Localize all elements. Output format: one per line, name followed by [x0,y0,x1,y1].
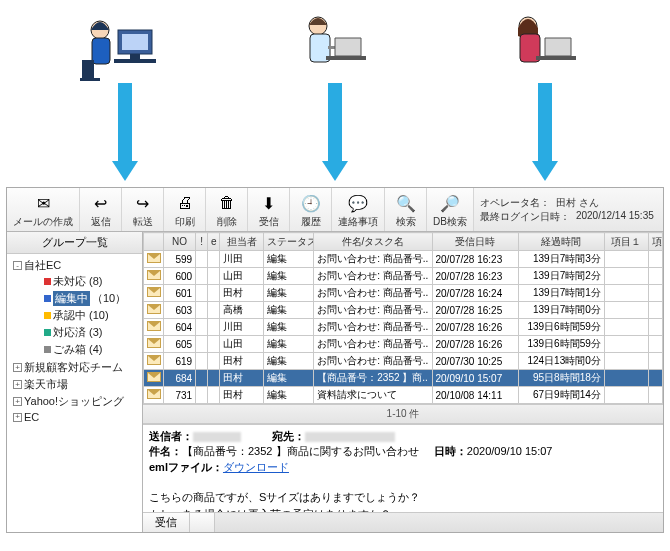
eml-download-link[interactable]: ダウンロード [223,461,289,473]
cell-status: 編集 [264,251,314,268]
cell-status: 編集 [264,268,314,285]
mail-icon [147,372,161,382]
operator-info: オペレータ名：田村 さん 最終ログイン日時：2020/12/14 15:35 [474,188,663,231]
tree-count: （10） [92,291,126,306]
print-button[interactable]: 🖨印刷 [164,188,206,231]
cell-elapsed: 139日6時間59分 [518,319,604,336]
col-header[interactable]: e [208,233,220,251]
cell-recv: 20/10/08 14:11 [432,387,518,404]
cell-no: 601 [164,285,196,302]
tab-inbox[interactable]: 受信 [143,513,190,532]
pager: 1-10 件 [143,404,663,424]
table-row[interactable]: 605山田編集お問い合わせ: 商品番号..20/07/28 16:26139日6… [144,336,663,353]
tree-node[interactable]: 対応済 (3) [31,325,140,340]
arrow-2 [324,83,346,183]
tree-twisty[interactable]: + [13,380,22,389]
group-tree[interactable]: -自社EC未対応 (8)編集中（10）承認中 (10)対応済 (3)ごみ箱 (4… [7,254,142,532]
tree-twisty[interactable]: + [13,413,22,422]
cell-recv: 20/07/28 16:26 [432,336,518,353]
table-row[interactable]: 731田村編集資料請求について20/10/08 14:1167日9時間14分 [144,387,663,404]
body-line-1: こちらの商品ですが、Sサイズはありますでしょうか？ [149,489,657,506]
col-header[interactable]: 受信日時 [432,233,518,251]
search-button[interactable]: 🔍検索 [385,188,427,231]
tree-node[interactable]: +楽天市場 [13,377,140,392]
cell-recv: 20/07/28 16:26 [432,319,518,336]
tree-twisty[interactable]: + [13,363,22,372]
table-row[interactable]: 684田村編集【商品番号：2352 】商..20/09/10 15:0795日8… [144,370,663,387]
toolbar-label: 返信 [91,215,111,229]
table-row[interactable]: 600山田編集お問い合わせ: 商品番号..20/07/28 16:23139日7… [144,268,663,285]
history-button[interactable]: 🕘履歴 [290,188,332,231]
cell-recv: 20/07/28 16:25 [432,302,518,319]
cell-elapsed: 95日8時間18分 [518,370,604,387]
mail-table[interactable]: NO!e担当者ステータス件名/タスク名受信日時経過時間項目１項599川田編集お問… [143,232,663,404]
person-1 [70,8,180,83]
tree-node[interactable]: +新規顧客対応チーム [13,360,140,375]
cell-subject: お問い合わせ: 商品番号.. [314,251,432,268]
col-header[interactable]: 担当者 [220,233,264,251]
db-search-icon: 🔎 [439,192,461,214]
app-window: ✉メールの作成↩返信↪転送🖨印刷🗑削除⬇受信🕘履歴💬連絡事項🔍検索🔎DB検索 オ… [6,187,664,533]
tree-label: 未対応 (8) [53,274,103,289]
toolbar-label: 検索 [396,215,416,229]
cell-recv: 20/07/30 10:25 [432,353,518,370]
receive-button[interactable]: ⬇受信 [248,188,290,231]
arrow-1 [114,83,136,183]
cell-recv: 20/09/10 15:07 [432,370,518,387]
table-row[interactable]: 601田村編集お問い合わせ: 商品番号..20/07/28 16:24139日7… [144,285,663,302]
delete-button[interactable]: 🗑削除 [206,188,248,231]
table-row[interactable]: 604川田編集お問い合わせ: 商品番号..20/07/28 16:26139日6… [144,319,663,336]
toolbar-label: 転送 [133,215,153,229]
cell-person: 山田 [220,336,264,353]
svg-rect-11 [326,56,366,60]
db-search-button[interactable]: 🔎DB検索 [427,188,474,231]
table-row[interactable]: 619田村編集お問い合わせ: 商品番号..20/07/30 10:25124日1… [144,353,663,370]
cell-subject: お問い合わせ: 商品番号.. [314,268,432,285]
cell-elapsed: 139日7時間3分 [518,251,604,268]
col-header[interactable]: 経過時間 [518,233,604,251]
col-header[interactable]: ステータス [264,233,314,251]
svg-rect-3 [114,59,156,63]
tree-twisty[interactable]: - [13,261,22,270]
toolbar-label: 削除 [217,215,237,229]
col-header[interactable] [144,233,164,251]
tree-twisty[interactable]: + [13,397,22,406]
col-header[interactable]: 項目１ [604,233,648,251]
tab-other[interactable] [190,513,215,532]
tree-node[interactable]: ごみ箱 (4) [31,342,140,357]
col-header[interactable]: 項 [648,233,662,251]
cell-status: 編集 [264,370,314,387]
cell-elapsed: 139日7時間0分 [518,302,604,319]
cell-no: 619 [164,353,196,370]
col-header[interactable]: NO [164,233,196,251]
tree-node[interactable]: +Yahoo!ショッピング [13,394,140,409]
col-header[interactable]: ! [196,233,208,251]
col-header[interactable]: 件名/タスク名 [314,233,432,251]
tree-node[interactable]: -自社EC [13,258,140,273]
cell-recv: 20/07/28 16:23 [432,251,518,268]
mail-icon [147,304,161,314]
to-value [305,432,395,442]
cell-person: 田村 [220,285,264,302]
tree-node[interactable]: +EC [13,411,140,423]
mail-icon [147,321,161,331]
svg-rect-6 [82,60,94,80]
cell-no: 731 [164,387,196,404]
svg-rect-14 [536,56,576,60]
table-row[interactable]: 599川田編集お問い合わせ: 商品番号..20/07/28 16:23139日7… [144,251,663,268]
cell-recv: 20/07/28 16:24 [432,285,518,302]
tree-node[interactable]: 編集中（10） [31,291,140,306]
cell-subject: お問い合わせ: 商品番号.. [314,319,432,336]
mail-icon [147,270,161,280]
tree-node[interactable]: 未対応 (8) [31,274,140,289]
forward-button[interactable]: ↪転送 [122,188,164,231]
tree-node[interactable]: 承認中 (10) [31,308,140,323]
mail-new-button[interactable]: ✉メールの作成 [7,188,80,231]
cell-elapsed: 139日7時間2分 [518,268,604,285]
table-row[interactable]: 603高橋編集お問い合わせ: 商品番号..20/07/28 16:25139日7… [144,302,663,319]
notify-button[interactable]: 💬連絡事項 [332,188,385,231]
mail-icon [147,287,161,297]
reply-button[interactable]: ↩返信 [80,188,122,231]
cell-subject: お問い合わせ: 商品番号.. [314,336,432,353]
cell-no: 600 [164,268,196,285]
